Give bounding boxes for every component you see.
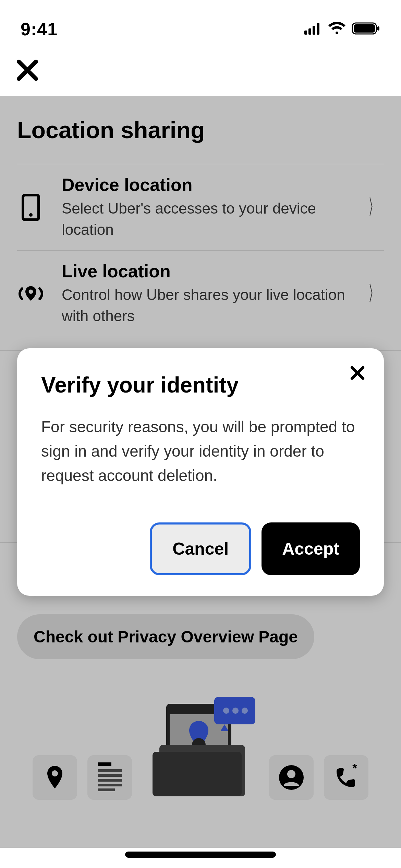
section-title: Location sharing [17,117,384,143]
live-location-row[interactable]: Live location Control how Uber shares yo… [17,250,384,337]
privacy-overview-chip[interactable]: Check out Privacy Overview Page [17,614,314,659]
cancel-button[interactable]: Cancel [150,522,251,575]
location-sharing-section: Location sharing Device location Select … [0,96,401,351]
svg-rect-5 [354,24,375,33]
modal-actions: Cancel Accept [41,522,360,575]
item-subtitle: Control how Uber shares your live locati… [62,284,346,326]
svg-point-21 [232,708,239,714]
device-location-row[interactable]: Device location Select Uber's accesses t… [17,164,384,250]
svg-rect-2 [313,26,315,35]
svg-rect-0 [304,31,307,35]
svg-rect-16 [98,788,115,791]
document-icon [87,755,132,800]
svg-text:*: * [352,764,357,775]
svg-point-9 [29,289,33,293]
svg-point-10 [52,770,58,776]
item-subtitle: Select Uber's accesses to your device lo… [62,198,346,240]
folder-illustration [142,697,259,800]
svg-rect-6 [377,26,379,31]
svg-rect-12 [98,769,122,772]
svg-rect-13 [98,774,122,777]
close-icon[interactable] [15,58,386,82]
accept-button[interactable]: Accept [262,522,360,575]
svg-point-22 [242,708,248,714]
status-bar: 9:41 [0,0,401,48]
chevron-right-icon: 〉 [368,193,379,221]
battery-icon [352,22,380,37]
svg-point-20 [223,708,229,714]
phone-call-icon: * [324,755,368,800]
svg-rect-11 [98,762,111,766]
svg-rect-26 [153,752,242,796]
home-indicator[interactable] [125,852,276,858]
cellular-icon [304,22,322,36]
footer-illustration: * [0,670,401,848]
status-time: 9:41 [21,19,58,39]
svg-point-8 [29,213,33,217]
svg-rect-14 [98,779,122,782]
avatar-icon [269,755,314,800]
item-title: Device location [62,174,346,195]
wifi-icon [328,22,345,36]
svg-rect-3 [317,23,319,35]
svg-rect-15 [98,784,122,786]
svg-rect-1 [308,28,311,35]
item-title: Live location [62,261,346,281]
modal-close-icon[interactable] [350,365,365,381]
top-nav [0,48,401,96]
chevron-right-icon: 〉 [368,280,379,308]
phone-icon [17,194,45,221]
modal-title: Verify your identity [41,372,360,398]
live-location-icon [17,282,45,306]
page-content: Location sharing Device location Select … [0,96,401,848]
status-indicators [304,22,380,37]
svg-point-28 [287,770,295,778]
verify-identity-modal: Verify your identity For security reason… [17,348,384,596]
modal-body-text: For security reasons, you will be prompt… [41,415,360,488]
pin-icon [33,755,77,800]
